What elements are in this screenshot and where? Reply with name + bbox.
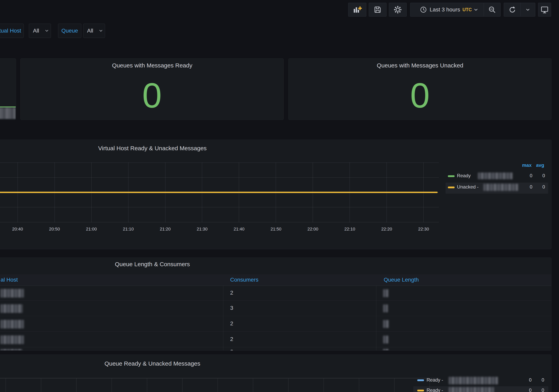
virtual-host-variable-select[interactable]: All: [29, 24, 51, 38]
redacted-series-name: [449, 377, 498, 384]
queue-label-text: Queue: [61, 28, 78, 34]
series-color-swatch: [417, 390, 424, 392]
consumers-cell: 3: [230, 305, 233, 311]
x-tick: 21:10: [123, 227, 134, 232]
legend-max-value: 0: [530, 173, 532, 178]
queue-variable-select[interactable]: All: [83, 24, 105, 38]
redacted-sparkline-area: [0, 108, 16, 119]
redacted-virtual-host-cell: [0, 289, 24, 298]
redacted-queue-length-cell: [383, 289, 388, 297]
x-tick: 22:30: [418, 227, 429, 232]
zoom-out-time-button[interactable]: [484, 3, 500, 16]
chevron-down-icon: [474, 9, 478, 11]
table-header-row: al Host Consumers Queue Length: [0, 274, 551, 286]
legend-avg-header[interactable]: avg: [536, 162, 544, 168]
redacted-queue-length-cell: [383, 320, 389, 328]
cycle-view-mode-button[interactable]: [538, 3, 551, 17]
panel-title[interactable]: Virtual Host Ready & Unacked Messages: [98, 145, 207, 152]
x-tick: 21:40: [233, 227, 244, 232]
column-header-consumers[interactable]: Consumers: [230, 277, 258, 283]
table-body: 2 3 2 2 2: [0, 286, 551, 351]
refresh-button[interactable]: [504, 3, 520, 16]
chevron-down-icon: [99, 30, 102, 32]
legend-avg-value: 0: [542, 377, 544, 383]
x-tick: 20:40: [12, 227, 23, 232]
monitor-icon: [540, 6, 549, 14]
chart-legend: Ready - 0 0 Ready - 0 0: [412, 376, 549, 392]
timezone-label: UTC: [463, 7, 472, 12]
virtual-host-label-text: rtual Host: [0, 28, 21, 34]
table-row[interactable]: 2: [0, 332, 551, 347]
chevron-down-icon: [526, 9, 530, 11]
table-row[interactable]: 2: [0, 316, 551, 332]
stat-panel-messages-ready: Queues with Messages Ready 0: [20, 58, 284, 120]
redacted-virtual-host-cell: [0, 335, 24, 344]
stat-value: 0: [289, 77, 551, 114]
table-row-partial[interactable]: 2: [0, 347, 551, 351]
legend-series-label[interactable]: Unacked -: [457, 184, 478, 190]
partial-stat-panel: [0, 58, 16, 120]
legend-max-value: 0: [530, 184, 532, 190]
legend-series-label[interactable]: Ready -: [427, 387, 443, 392]
redacted-series-name: [483, 184, 518, 191]
queue-value: All: [87, 28, 93, 34]
gear-icon: [393, 5, 402, 14]
panel-title[interactable]: Queue Ready & Unacked Messages: [104, 360, 200, 367]
chart-legend: max avg Ready 0 0 Unacked - 0 0: [444, 162, 549, 214]
table-row[interactable]: 2: [0, 286, 551, 301]
panel-title[interactable]: Queue Length & Consumers: [115, 261, 190, 267]
add-panel-button[interactable]: [348, 3, 366, 17]
chart-plot-area[interactable]: [0, 378, 439, 392]
x-tick: 22:10: [344, 227, 355, 232]
vhost-chart-panel: Virtual Host Ready & Unacked Messages 20…: [0, 140, 551, 249]
table-row[interactable]: 3: [0, 301, 551, 316]
legend-max-value: 0: [529, 387, 531, 392]
add-panel-icon: [353, 6, 362, 14]
panel-title[interactable]: Queues with Messages Unacked: [377, 62, 464, 69]
panel-title[interactable]: Queues with Messages Ready: [112, 62, 192, 69]
x-tick: 22:00: [307, 227, 318, 232]
redacted-queue-length-cell: [383, 349, 388, 351]
grafana-dashboard: Last 3 hours UTC: [0, 0, 559, 392]
refresh-icon: [508, 6, 516, 14]
legend-avg-value: 0: [542, 173, 545, 178]
series-color-swatch: [417, 379, 424, 381]
zoom-out-icon: [488, 6, 496, 14]
legend-avg-value: 0: [542, 387, 544, 392]
virtual-host-value: All: [33, 28, 39, 34]
series-color-swatch: [448, 187, 455, 188]
queue-chart-panel: Queue Ready & Unacked Messages Ready - 0…: [0, 355, 551, 392]
save-dashboard-button[interactable]: [369, 3, 386, 17]
refresh-interval-dropdown[interactable]: [521, 3, 535, 16]
redacted-virtual-host-cell: [0, 349, 22, 351]
consumers-cell: 2: [230, 349, 233, 351]
redacted-queue-length-cell: [383, 304, 388, 312]
column-header-virtual-host[interactable]: al Host: [0, 277, 18, 283]
consumers-cell: 2: [230, 321, 233, 327]
x-tick: 21:50: [270, 227, 281, 232]
legend-avg-value: 0: [542, 184, 545, 190]
save-icon: [374, 6, 382, 14]
x-tick: 21:30: [196, 227, 207, 232]
time-range-picker[interactable]: Last 3 hours UTC: [410, 3, 484, 16]
x-tick: 22:20: [381, 227, 392, 232]
redacted-virtual-host-cell: [0, 304, 23, 313]
time-range-controls: Last 3 hours UTC: [410, 3, 501, 17]
consumers-cell: 2: [230, 290, 233, 296]
column-header-queue-length[interactable]: Queue Length: [384, 277, 419, 283]
clock-icon: [420, 6, 427, 13]
consumers-cell: 2: [230, 336, 233, 342]
legend-max-header[interactable]: max: [522, 162, 531, 168]
stat-panel-messages-unacked: Queues with Messages Unacked 0: [288, 58, 551, 120]
unacked-series-line: [0, 192, 438, 193]
legend-series-label[interactable]: Ready -: [427, 377, 443, 383]
redacted-queue-length-cell: [383, 336, 388, 344]
series-color-swatch: [448, 175, 455, 177]
redacted-virtual-host-cell: [0, 320, 24, 329]
x-tick: 20:50: [49, 227, 60, 232]
virtual-host-variable-label: rtual Host: [0, 24, 24, 38]
x-tick: 21:20: [160, 227, 170, 232]
legend-series-label[interactable]: Ready: [457, 173, 471, 178]
dashboard-settings-button[interactable]: [389, 3, 407, 17]
refresh-controls: [504, 3, 535, 17]
